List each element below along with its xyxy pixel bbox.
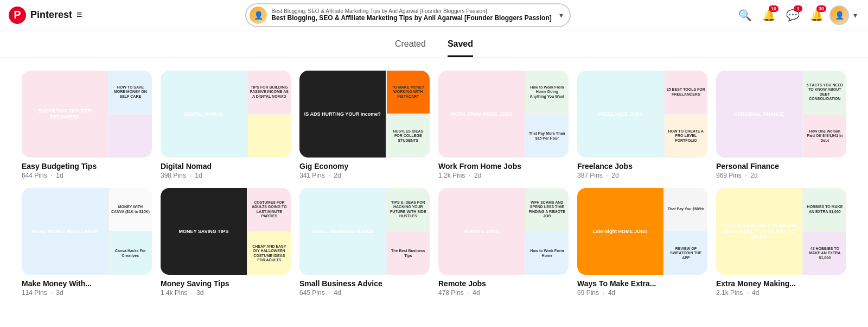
notifications-button[interactable]: 🔔 10: [758, 4, 780, 26]
board-title: Remote Jobs: [438, 279, 569, 288]
board-title: Small Business Advice: [299, 279, 430, 288]
user-avatar[interactable]: 👤: [829, 5, 849, 25]
board-meta: 645 Pins · 4d: [299, 289, 430, 297]
board-card[interactable]: Late Night HOME JOBS That Pay You $50/Hr…: [577, 188, 707, 297]
board-side-image-2: [109, 115, 152, 158]
board-side-image-2: How to Work From Home: [526, 232, 569, 275]
header-actions: 🔍 🔔 10 💬 1 🔔 30 👤 ▾: [734, 4, 859, 26]
board-main-image: FREELANCE JOBS: [577, 71, 663, 158]
header: P Pinterest ≡ 👤 Best Blogging, SEO & Aff…: [0, 0, 868, 30]
board-meta: 114 Pins · 3d: [22, 289, 152, 297]
chevron-down-icon: ▾: [559, 11, 563, 20]
board-main-image: BUDGETING TIPS FOR BEGINNERS: [22, 71, 108, 158]
messages-badge: 1: [794, 5, 802, 12]
board-card[interactable]: REMOTE JOBS WFH SCAMS AND SPEND LESS TIM…: [438, 188, 569, 297]
board-side-image-1: TIPS FOR BUILDING PASSIVE INCOME AS A DI…: [248, 71, 291, 114]
board-side-image-2: The Best Business Tips: [387, 232, 430, 275]
board-card[interactable]: IS ADS HURTING YOUR income? TO MAKE MONE…: [299, 71, 430, 179]
board-cover: FREELANCE JOBS 25 BEST TOOLS FOR FREELAN…: [577, 71, 707, 158]
board-card[interactable]: FREELANCE JOBS 25 BEST TOOLS FOR FREELAN…: [577, 71, 707, 179]
board-side-image-2: REVIEW OF SWEATCOIN THE APP: [665, 232, 707, 275]
board-meta: 478 Pins · 4d: [438, 289, 569, 297]
board-main-image: WORK FROM HOME JOBS: [438, 71, 525, 158]
board-main-image: MAKE MONEY WITH CANVA: [22, 188, 108, 275]
board-cover: Late Night HOME JOBS That Pay You $50/Hr…: [577, 188, 707, 275]
board-side-image-2: HOW TO CREATE A PRO-LEVEL PORTFOLIO: [665, 115, 707, 158]
board-main-image: MONEY SAVING TIPS: [161, 188, 247, 275]
board-side-image-1: TIPS & IDEAS FOR HACKING YOUR FUTURE WIT…: [387, 188, 430, 231]
boards-grid: BUDGETING TIPS FOR BEGINNERS HOW TO SAVE…: [0, 71, 868, 310]
board-side-image-1: HOW TO SAVE MORE MONEY ON SELF CARE: [109, 71, 152, 114]
board-side-image-1: How to Work From Home Doing Anything You…: [526, 71, 569, 114]
board-side-image-1: HOBBIES TO MAKE AN EXTRA $1,000: [803, 188, 846, 231]
alerts-badge: 30: [816, 5, 826, 12]
board-cover: MAKE MONEY WITH CANVA MONEY WITH CANVA (…: [22, 188, 152, 275]
board-title: Money Saving Tips: [161, 279, 291, 288]
board-card[interactable]: MAKE MONEY WITH CANVA MONEY WITH CANVA (…: [22, 188, 152, 297]
board-title: Extra Money Making...: [716, 279, 846, 288]
board-side-image-2: Canva Hacks For Creatives: [109, 232, 152, 275]
tab-saved[interactable]: Saved: [448, 39, 473, 57]
notifications-badge: 10: [769, 5, 778, 12]
hamburger-icon[interactable]: ≡: [76, 9, 82, 21]
profile-thumbnail: 👤: [250, 7, 267, 24]
board-side-image-1: WFH SCAMS AND SPEND LESS TIME FINDING A …: [526, 188, 569, 231]
board-meta: 387 Pins · 2d: [577, 172, 707, 179]
board-cover: HOW I SAVE $4,500 A YEAR AND MAKE MONEY …: [716, 188, 846, 275]
board-card[interactable]: PERSONAL FINANCE 6 FACTS YOU NEED TO KNO…: [716, 71, 846, 179]
board-title: Freelance Jobs: [577, 162, 707, 171]
board-meta: 69 Pins · 4d: [577, 289, 707, 297]
board-card[interactable]: DIGITAL NOMAD TIPS FOR BUILDING PASSIVE …: [161, 71, 291, 179]
board-side-image-1: TO MAKE MONEY WORKING WITH INSTACART: [387, 71, 430, 114]
board-main-image: IS ADS HURTING YOUR income?: [299, 71, 386, 158]
board-cover: IS ADS HURTING YOUR income? TO MAKE MONE…: [299, 71, 430, 158]
tab-created[interactable]: Created: [395, 39, 426, 57]
profile-dropdown-text: Best Blogging, SEO & Affiliate Marketing…: [271, 8, 555, 22]
board-meta: 341 Pins · 2d: [299, 172, 430, 179]
alerts-button[interactable]: 🔔 30: [806, 4, 827, 26]
board-main-image: HOW I SAVE $4,500 A YEAR AND MAKE MONEY …: [716, 188, 802, 275]
board-title: Ways To Make Extra...: [577, 279, 707, 288]
board-cover: PERSONAL FINANCE 6 FACTS YOU NEED TO KNO…: [716, 71, 846, 158]
board-title: Personal Finance: [716, 162, 846, 171]
board-cover: SMALL BUSINESS ADVICE TIPS & IDEAS FOR H…: [299, 188, 430, 275]
messages-button[interactable]: 💬 1: [782, 4, 803, 26]
board-side-image-2: CHEAP AND EASY DIY HALLOWEEN COSTUME IDE…: [248, 232, 291, 275]
board-side-image-2: How One Woman Paid Off $484,941 In Debt: [803, 115, 846, 158]
board-title: Make Money With...: [22, 279, 152, 288]
board-main-image: Late Night HOME JOBS: [577, 188, 663, 275]
board-cover: MONEY SAVING TIPS COSTUMES FOR ADULTS GO…: [161, 188, 291, 275]
board-title: Work From Home Jobs: [438, 162, 569, 171]
pinterest-logo[interactable]: P: [9, 7, 26, 24]
board-cover: WORK FROM HOME JOBS How to Work From Hom…: [438, 71, 569, 158]
search-button[interactable]: 🔍: [734, 4, 756, 26]
board-title: Gig Economy: [299, 162, 430, 171]
board-side-image-2: HUSTLES IDEAS FOR COLLEGE STUDENTS: [387, 115, 430, 158]
center-search: 👤 Best Blogging, SEO & Affiliate Marketi…: [89, 3, 727, 27]
board-meta: 1.2k Pins · 2d: [438, 172, 569, 179]
search-icon: 🔍: [738, 9, 752, 22]
profile-tabs: Created Saved: [0, 30, 868, 58]
expand-icon[interactable]: ▾: [851, 9, 859, 22]
board-meta: 644 Pins · 1d: [22, 172, 152, 179]
board-main-image: SMALL BUSINESS ADVICE: [299, 188, 386, 275]
board-side-image-2: [248, 115, 291, 158]
board-main-image: DIGITAL NOMAD: [161, 71, 247, 158]
board-side-image-1: 25 BEST TOOLS FOR FREELANCERS: [665, 71, 707, 114]
board-side-image-1: MONEY WITH CANVA ($1K to $10K): [109, 188, 152, 231]
logo-area: P Pinterest ≡: [9, 7, 82, 24]
board-title: Easy Budgeting Tips: [22, 162, 152, 171]
board-meta: 969 Pins · 2d: [716, 172, 846, 179]
logo-text: Pinterest: [30, 9, 72, 21]
profile-dropdown[interactable]: 👤 Best Blogging, SEO & Affiliate Marketi…: [245, 3, 571, 27]
board-card[interactable]: BUDGETING TIPS FOR BEGINNERS HOW TO SAVE…: [22, 71, 152, 179]
board-card[interactable]: HOW I SAVE $4,500 A YEAR AND MAKE MONEY …: [716, 188, 846, 297]
board-cover: REMOTE JOBS WFH SCAMS AND SPEND LESS TIM…: [438, 188, 569, 275]
board-title: Digital Nomad: [161, 162, 291, 171]
board-meta: 1.4k Pins · 3d: [161, 289, 291, 297]
board-card[interactable]: WORK FROM HOME JOBS How to Work From Hom…: [438, 71, 569, 179]
board-card[interactable]: SMALL BUSINESS ADVICE TIPS & IDEAS FOR H…: [299, 188, 430, 297]
board-side-image-1: That Pay You $50/Hr: [665, 188, 707, 231]
board-card[interactable]: MONEY SAVING TIPS COSTUMES FOR ADULTS GO…: [161, 188, 291, 297]
board-cover: DIGITAL NOMAD TIPS FOR BUILDING PASSIVE …: [161, 71, 291, 158]
